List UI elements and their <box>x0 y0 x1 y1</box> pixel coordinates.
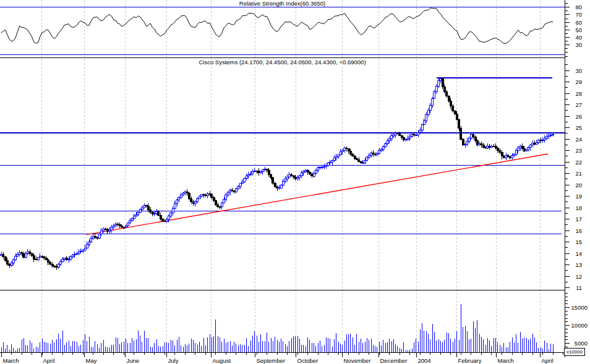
candle-body <box>526 150 528 151</box>
candle-body <box>456 114 458 120</box>
candle-body <box>528 148 529 150</box>
candle-body <box>229 190 231 192</box>
candle-body <box>158 212 160 216</box>
candle-body <box>446 91 448 96</box>
month-label: November <box>344 357 371 364</box>
candle-body <box>209 193 211 194</box>
candle-body <box>434 92 435 99</box>
candle-body <box>90 239 92 242</box>
candle-body <box>327 163 329 165</box>
candle-body <box>313 173 315 176</box>
price-axis-label: 17 <box>575 216 582 222</box>
candle-body <box>82 250 84 252</box>
candle-body <box>552 134 554 135</box>
candle-body <box>103 229 105 231</box>
candle-body <box>150 210 152 212</box>
candle-body <box>25 253 27 257</box>
candle-body <box>427 111 429 115</box>
month-label: June <box>127 357 140 364</box>
candle-body <box>86 244 88 248</box>
month-label: April <box>542 357 554 364</box>
candle-body <box>168 216 169 219</box>
candle-body <box>131 218 133 220</box>
price-axis-label: 15 <box>575 239 582 245</box>
candle-body <box>368 155 370 157</box>
candle-body <box>115 224 117 226</box>
candle-body <box>284 179 286 182</box>
price-axis-label: 22 <box>575 159 582 166</box>
candle-body <box>262 170 263 172</box>
chart-canvas: 3040506070801112131415161718192021222324… <box>0 0 590 364</box>
candle-body <box>387 141 388 144</box>
candle-body <box>511 156 513 158</box>
candle-body <box>462 139 464 145</box>
candle-body <box>507 156 509 157</box>
candle-body <box>315 170 317 173</box>
price-axis-label: 21 <box>575 170 582 177</box>
candle-body <box>283 182 284 185</box>
candle-body <box>497 148 498 150</box>
candle-body <box>350 151 352 154</box>
candle-body <box>221 203 223 207</box>
candle-body <box>529 145 531 148</box>
candle-body <box>348 149 349 151</box>
candle-body <box>468 138 470 141</box>
candle-body <box>479 143 481 145</box>
candle-body <box>538 140 540 142</box>
candle-body <box>96 237 98 238</box>
candle-body <box>21 252 23 254</box>
candle-body <box>374 154 376 155</box>
candle-body <box>382 146 384 149</box>
candle-body <box>129 221 131 223</box>
candle-body <box>266 169 268 171</box>
candle-body <box>532 143 534 145</box>
candle-body <box>250 174 252 175</box>
candle-body <box>409 137 411 138</box>
candle-body <box>293 176 294 177</box>
candle-body <box>260 172 262 173</box>
candle-body <box>388 139 390 141</box>
volume-axis-label: 5000 <box>575 340 588 347</box>
candle-body <box>45 258 47 260</box>
candle-body <box>519 146 521 148</box>
candle-body <box>344 148 346 151</box>
month-label: May <box>86 357 97 364</box>
month-label: March <box>498 357 514 364</box>
price-axis-label: 28 <box>575 90 582 97</box>
candle-body <box>411 135 413 137</box>
candle-body <box>74 254 75 255</box>
candle-body <box>370 153 372 155</box>
candle-body <box>501 153 503 156</box>
candle-body <box>190 198 192 202</box>
candle-body <box>241 182 243 184</box>
candle-body <box>380 149 382 150</box>
volume-axis-label: 15000 <box>571 304 588 311</box>
month-label: July <box>168 357 179 364</box>
candle-body <box>546 137 548 138</box>
candle-body <box>121 226 122 227</box>
candle-body <box>470 135 472 138</box>
month-label: April <box>43 357 55 364</box>
candle-body <box>119 225 121 226</box>
candle-body <box>56 266 58 268</box>
candle-body <box>176 200 178 203</box>
rsi-axis-label: 60 <box>575 19 582 26</box>
candle-body <box>178 197 180 200</box>
month-label: 2004 <box>418 357 431 364</box>
candle-body <box>385 143 387 146</box>
candle-body <box>256 171 258 171</box>
candle-body <box>495 146 497 148</box>
candle-body <box>309 172 310 174</box>
price-axis-label: 24 <box>575 136 582 143</box>
candle-body <box>194 202 196 204</box>
candle-body <box>297 178 299 179</box>
candle-body <box>33 256 35 260</box>
candle-body <box>258 171 260 173</box>
candle-body <box>186 192 188 193</box>
candle-body <box>356 159 357 159</box>
price-axis-label: 20 <box>575 182 582 188</box>
candle-body <box>6 260 8 264</box>
candle-body <box>254 171 255 171</box>
candle-body <box>137 212 139 214</box>
candle-body <box>450 101 451 106</box>
